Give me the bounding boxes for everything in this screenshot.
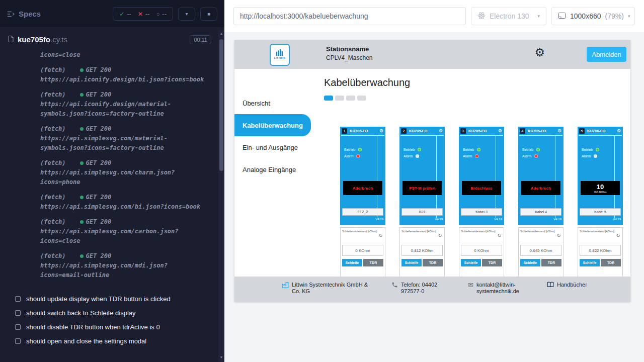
log-entry[interactable]: (fetch) GET 200 https://api.simplesvg.co… (40, 193, 209, 212)
log-entry[interactable]: (fetch) GET 200 https://api.simplesvg.co… (40, 217, 209, 246)
scrollbar-thumb[interactable] (219, 39, 223, 171)
fetch-label: (fetch) (40, 65, 66, 75)
failed-icon: ✕ (138, 11, 143, 18)
card-settings-icon[interactable]: ⚙ (379, 129, 384, 133)
alarm-label: Alarm (582, 154, 591, 158)
request-url: https://api.iconify.design/bi.json?icons… (40, 75, 209, 84)
stop-button[interactable]: ■ (200, 8, 217, 21)
sidebar-nav-item[interactable]: Analoge Eingänge (234, 158, 315, 180)
chevron-down-icon: ▾ (185, 11, 188, 17)
measurement-value: 0.822 KOhm (580, 245, 621, 256)
rack-tab[interactable] (346, 96, 355, 101)
schleife-button[interactable]: Schleife (520, 259, 540, 266)
pending-stat: ○-- (156, 10, 167, 18)
device-card: 5 KÜ706-FO ⚙ Betrieb Alarm 10 ISO MOhm K… (578, 127, 623, 277)
status-dot (80, 161, 84, 165)
tdr-button[interactable]: TDR (423, 259, 443, 266)
manuals-link[interactable]: Handbücher (557, 282, 587, 288)
specs-title[interactable]: Specs (19, 10, 41, 18)
test-title-text: should disable TDR button when tdrActive… (26, 323, 160, 331)
spec-duration: 00:11 (190, 35, 211, 44)
status-dot (80, 220, 84, 224)
refresh-icon[interactable]: ↻ (616, 233, 620, 238)
app-footer: Littwin Systemtechnik GmbH & Co. KG Tele… (234, 277, 630, 302)
refresh-icon[interactable]: ↻ (498, 233, 502, 238)
divider (614, 135, 615, 218)
refresh-icon[interactable]: ↻ (557, 233, 561, 238)
rack-tab[interactable] (324, 96, 333, 101)
test-title[interactable]: should disable TDR button when tdrActive… (15, 320, 217, 334)
screen: Specs ✓-- ✕-- ○-- ▾ ■ kue705fo.cy.ts 00:… (0, 0, 644, 362)
tdr-button[interactable]: TDR (601, 259, 621, 266)
betrieb-led (358, 148, 362, 151)
test-title[interactable]: should switch back to Schleife display (15, 306, 217, 320)
log-entry[interactable]: (fetch) GET 200 https://api.simplesvg.co… (40, 251, 209, 280)
fetch-label: (fetch) (40, 158, 66, 168)
scroll-up-icon[interactable]: ▲ (218, 30, 224, 37)
rack-tab[interactable] (357, 96, 366, 101)
log-entry[interactable]: icons=close (40, 50, 209, 60)
schleife-button[interactable]: Schleife (580, 259, 600, 266)
log-entry[interactable]: (fetch) GET 200 https://api.simplesvg.co… (40, 158, 209, 187)
viewport-select[interactable]: 1000x660 (79%) ▾ (551, 7, 635, 25)
divider (555, 135, 555, 218)
tdr-button[interactable]: TDR (363, 259, 383, 266)
tdr-button[interactable]: TDR (541, 259, 561, 266)
company-name: Littwin Systemtechnik GmbH & Co. KG (292, 282, 377, 295)
footer-manuals[interactable]: Handbücher (547, 282, 587, 289)
collapse-button[interactable]: ▾ (178, 8, 195, 21)
test-title-text: should update display when TDR button is… (26, 295, 171, 303)
firmware-version: V4.19 (375, 218, 383, 221)
card-settings-icon[interactable]: ⚙ (617, 129, 621, 133)
tdr-button[interactable]: TDR (482, 259, 502, 266)
log-entry[interactable]: (fetch) GET 200 https://api.iconify.desi… (40, 90, 209, 119)
schleife-button[interactable]: Schleife (461, 259, 481, 266)
spec-file[interactable]: kue705fo.cy.ts 00:11 (0, 28, 224, 48)
cards-row: 1 KÜ705-FO ⚙ Betrieb Alarm Aderbruch FTZ… (340, 127, 630, 277)
alarm-led (475, 154, 478, 158)
schleife-button[interactable]: Schleife (342, 259, 362, 266)
card-settings-icon[interactable]: ⚙ (439, 129, 443, 133)
rack-tab[interactable] (335, 96, 344, 101)
schleife-button[interactable]: Schleife (401, 259, 422, 266)
request-url: https://api.simplesvg.com/mdi.json?icons… (40, 261, 209, 280)
failed-stat: ✕-- (138, 10, 150, 18)
station-label: Stationsname (326, 45, 373, 53)
betrieb-led (536, 148, 540, 151)
status-dot (80, 93, 84, 97)
test-list: should update display when TDR button is… (0, 289, 224, 348)
slot-number: 3 (460, 128, 466, 134)
refresh-icon[interactable]: ↻ (438, 233, 442, 238)
scroll-down-icon[interactable]: ▼ (218, 354, 224, 361)
specs-list-icon[interactable] (7, 11, 15, 17)
betrieb-led (477, 148, 480, 151)
cypress-reporter: Specs ✓-- ✕-- ○-- ▾ ■ kue705fo.cy.ts 00:… (0, 0, 224, 362)
measurement-panel: Schleifenwiderstand [kOhm] ↻ 0.812 KOhm … (399, 227, 445, 277)
nav-item-label: Analoge Eingänge (243, 166, 296, 173)
test-title[interactable]: should open and close the settings modal (15, 334, 217, 348)
sidebar-nav-item[interactable]: Ein- und Ausgänge (234, 136, 315, 158)
sidebar-nav-item[interactable]: Kabelüberwachung (234, 114, 311, 136)
fetch-label: (fetch) (40, 217, 66, 227)
test-title[interactable]: should update display when TDR button is… (15, 292, 217, 306)
refresh-icon[interactable]: ↻ (379, 233, 383, 238)
log-entry[interactable]: (fetch) GET 200 https://api.simplesvg.co… (40, 124, 209, 153)
browser-select[interactable]: Electron 130 ▾ (471, 7, 546, 25)
device-card: 4 KÜ705-FO ⚙ Betrieb Alarm Aderbruch Kab… (518, 127, 564, 277)
pending-icon: ○ (156, 11, 160, 17)
divider (460, 135, 503, 136)
card-settings-icon[interactable]: ⚙ (498, 129, 503, 133)
http-status: GET 200 (86, 65, 112, 75)
log-entry[interactable]: (fetch) GET 200 https://api.iconify.desi… (40, 65, 209, 84)
reporter-scrollbar[interactable]: ▲ ▼ (218, 30, 224, 362)
test-stats: ✓-- ✕-- ○-- (113, 7, 173, 21)
divider (377, 135, 377, 218)
logout-button[interactable]: Abmelden (587, 47, 626, 62)
settings-gear-icon[interactable]: ⚙ (534, 47, 545, 58)
chevron-down-icon: ▾ (537, 14, 540, 19)
url-input[interactable] (233, 7, 466, 25)
browser-name: Electron 130 (490, 12, 529, 20)
phone-icon (391, 282, 398, 290)
sidebar-nav-item[interactable]: Übersicht (234, 92, 315, 114)
card-settings-icon[interactable]: ⚙ (557, 129, 562, 133)
